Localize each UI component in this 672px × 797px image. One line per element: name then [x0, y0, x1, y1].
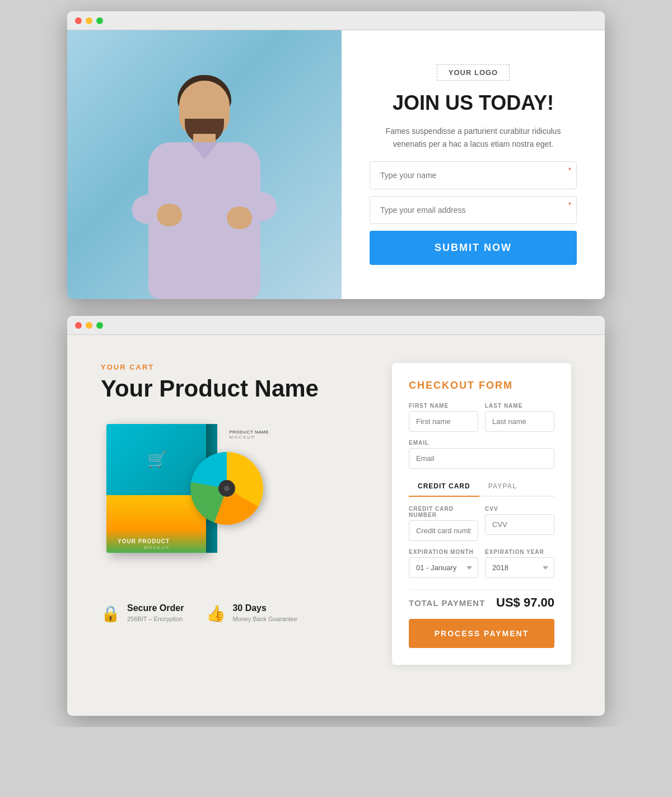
cc-number-label: CREDIT CARD NUMBER: [409, 506, 478, 518]
join-subtitle: Fames suspendisse a parturient curabitur…: [370, 125, 577, 150]
minimize-button[interactable]: [86, 17, 92, 24]
checkout-form-title: CHECKOUT FORM: [409, 380, 554, 391]
close-button-2[interactable]: [75, 322, 82, 329]
expiry-year-label: EXPIRATION YEAR: [485, 549, 554, 555]
checkout-form-side: CHECKOUT FORM FIRST NAME LAST NAME: [392, 363, 571, 665]
product-cd: [190, 452, 263, 525]
total-amount: US$ 97.00: [496, 595, 554, 610]
join-form: * * SUBMIT NOW: [370, 161, 577, 265]
secure-sub: 256BIT – Encryption: [127, 616, 183, 622]
expiry-year-group: EXPIRATION YEAR 2018 2019 2020 2021 2022: [485, 549, 554, 578]
last-name-input[interactable]: [485, 411, 554, 432]
guarantee-title: 30 Days: [232, 603, 297, 613]
checkout-email-group: EMAIL: [409, 440, 554, 469]
name-input[interactable]: [370, 161, 577, 189]
join-form-side: YOUR LOGO JOIN US TODAY! Fames suspendis…: [342, 30, 605, 299]
cd-center: [218, 480, 235, 497]
checkout-panel: YOUR CART Your Product Name 🛒 YOUR PRODU…: [67, 335, 605, 716]
badge-guarantee-text: 30 Days Money Back Guarantee: [232, 603, 297, 623]
cvv-group: CVV: [485, 506, 554, 541]
guarantee-sub: Money Back Guarantee: [232, 616, 297, 622]
product-mockup: 🛒 YOUR PRODUCT MOCKUP Product: [101, 418, 269, 575]
cc-number-row: CREDIT CARD NUMBER CVV: [409, 506, 554, 541]
expiry-month-group: EXPIRATION MONTH 01 - January 02 - Febru…: [409, 549, 478, 578]
paypal-tab[interactable]: PAYPAL: [479, 477, 526, 497]
titlebar-2: [67, 316, 605, 335]
payment-tabs: CREDIT CARD PAYPAL: [409, 477, 554, 497]
titlebar-1: [67, 11, 605, 30]
window-join: YOUR LOGO JOIN US TODAY! Fames suspendis…: [67, 11, 605, 299]
name-row: FIRST NAME LAST NAME: [409, 403, 554, 432]
thumbsup-icon: 👍: [206, 604, 226, 623]
person-hand-left: [227, 207, 252, 229]
person-collar: [190, 142, 218, 159]
person-hand-right: [157, 204, 182, 226]
badge-secure-text: Secure Order 256BIT – Encryption: [127, 603, 184, 623]
expiry-row: EXPIRATION MONTH 01 - January 02 - Febru…: [409, 549, 554, 578]
cc-number-group: CREDIT CARD NUMBER: [409, 506, 478, 541]
name-field-wrapper: *: [370, 161, 577, 189]
maximize-button-2[interactable]: [96, 322, 103, 329]
box-mockup-text: MOCKUP: [143, 545, 170, 550]
checkout-content: YOUR CART Your Product Name 🛒 YOUR PRODU…: [67, 335, 605, 693]
badge-guarantee: 👍 30 Days Money Back Guarantee: [206, 603, 297, 623]
email-required-star: *: [568, 201, 571, 209]
lock-icon: 🔒: [101, 604, 120, 623]
logo: YOUR LOGO: [437, 64, 510, 81]
secure-title: Secure Order: [127, 603, 184, 613]
name-required-star: *: [568, 166, 571, 174]
expiry-month-label: EXPIRATION MONTH: [409, 549, 478, 555]
checkout-form-card: CHECKOUT FORM FIRST NAME LAST NAME: [392, 363, 571, 665]
expiry-month-select[interactable]: 01 - January 02 - February 03 - March 04…: [409, 557, 478, 578]
first-name-label: FIRST NAME: [409, 403, 478, 409]
first-name-group: FIRST NAME: [409, 403, 478, 432]
box-cart-icon: 🛒: [147, 450, 167, 469]
person-figure: [126, 64, 283, 299]
expiry-year-select[interactable]: 2018 2019 2020 2021 2022: [485, 557, 554, 578]
last-name-group: LAST NAME: [485, 403, 554, 432]
product-side: YOUR CART Your Product Name 🛒 YOUR PRODU…: [101, 363, 358, 623]
join-title: JOIN US TODAY!: [393, 92, 554, 114]
minimize-button-2[interactable]: [86, 322, 92, 329]
product-title: Your Product Name: [101, 376, 319, 402]
maximize-button[interactable]: [96, 17, 103, 24]
email-input[interactable]: [370, 196, 577, 224]
box-label: YOUR PRODUCT: [118, 538, 170, 544]
submit-button[interactable]: SUBMIT NOW: [370, 231, 577, 265]
total-row: TOTAL PAYMENT US$ 97.00: [409, 589, 554, 610]
email-field-wrapper: *: [370, 196, 577, 224]
cd-name: Product Name MOCKUP: [229, 430, 269, 440]
cvv-input[interactable]: [485, 514, 554, 535]
cc-number-input[interactable]: [409, 520, 478, 541]
first-name-input[interactable]: [409, 411, 478, 432]
join-panel: YOUR LOGO JOIN US TODAY! Fames suspendis…: [67, 30, 605, 299]
cvv-label: CVV: [485, 506, 554, 512]
checkout-email-label: EMAIL: [409, 440, 554, 446]
trust-badges: 🔒 Secure Order 256BIT – Encryption 👍 30 …: [101, 603, 297, 623]
close-button[interactable]: [75, 17, 82, 24]
email-row: EMAIL: [409, 440, 554, 469]
total-label: TOTAL PAYMENT: [409, 598, 485, 608]
badge-secure: 🔒 Secure Order 256BIT – Encryption: [101, 603, 184, 623]
checkout-email-input[interactable]: [409, 448, 554, 469]
window-checkout: YOUR CART Your Product Name 🛒 YOUR PRODU…: [67, 316, 605, 716]
cart-label: YOUR CART: [101, 363, 154, 371]
credit-card-tab[interactable]: CREDIT CARD: [409, 477, 479, 497]
process-payment-button[interactable]: PROCESS PAYMENT: [409, 619, 554, 648]
last-name-label: LAST NAME: [485, 403, 554, 409]
hero-image: [67, 30, 342, 299]
cd-hole: [224, 486, 230, 491]
